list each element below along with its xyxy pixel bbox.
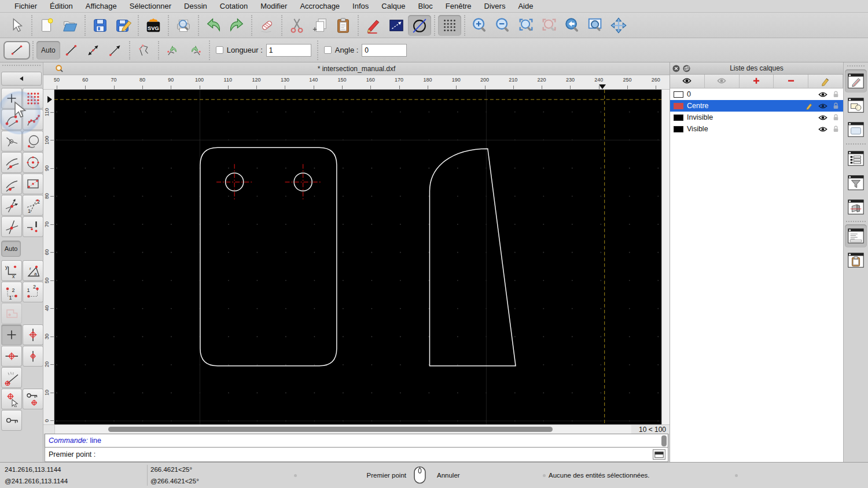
snap-grid-button[interactable] <box>23 88 43 109</box>
menu-calque[interactable]: Calque <box>375 2 411 10</box>
restrict-free-button[interactable] <box>1 324 22 345</box>
cut-button[interactable] <box>285 15 308 36</box>
pen-edit-button[interactable] <box>362 15 385 36</box>
dock-layer-list-window-button[interactable] <box>845 147 867 170</box>
restrict-nothing-button[interactable] <box>1 216 22 237</box>
menu-accrochage[interactable]: Accrochage <box>293 2 346 10</box>
zoom-out-button[interactable] <box>491 15 514 36</box>
draw-order-button[interactable] <box>385 15 408 36</box>
lock-relative-zero-alt-button[interactable] <box>1 410 22 431</box>
snapbar-collapse-button[interactable] <box>1 72 42 86</box>
zoom-pan-button[interactable] <box>607 15 630 36</box>
restrict-vertical-button[interactable] <box>23 324 43 345</box>
zoom-window-button[interactable] <box>584 15 607 36</box>
set-relative-zero-button[interactable] <box>1 389 22 409</box>
edit-layer-button[interactable] <box>808 75 843 88</box>
menu-divers[interactable]: Divers <box>478 2 512 10</box>
eraser-button[interactable] <box>255 15 278 36</box>
zoom-previous-button[interactable] <box>561 15 584 36</box>
menu-modifier[interactable]: Modifier <box>254 2 293 10</box>
dock-command-window-button[interactable] <box>845 224 867 247</box>
snap-center-button[interactable] <box>1 131 22 151</box>
snapbar-drag-handle[interactable] <box>2 65 41 69</box>
line-two-points-button[interactable] <box>60 41 82 60</box>
menu-aide[interactable]: Aide <box>512 2 539 10</box>
add-layer-button[interactable] <box>740 75 774 88</box>
layer-row-visible[interactable]: Visible <box>670 123 843 135</box>
restrict-horizontal-button[interactable] <box>1 346 22 367</box>
menu-fenetre[interactable]: Fenêtre <box>439 2 478 10</box>
angle-checkbox[interactable] <box>324 46 332 54</box>
line-arrow-button[interactable] <box>104 41 126 60</box>
snap-distance-button[interactable] <box>1 173 22 194</box>
angle-input[interactable] <box>362 44 407 57</box>
keyboard-toggle-button[interactable] <box>653 449 665 460</box>
copy-button[interactable] <box>308 15 332 36</box>
layer-visibility-eye-icon[interactable] <box>818 102 827 110</box>
zoom-in-button[interactable] <box>468 15 491 36</box>
menu-dessin[interactable]: Dessin <box>178 2 214 10</box>
layer-color-swatch[interactable] <box>674 126 683 132</box>
layer-visibility-eye-icon[interactable] <box>818 91 827 98</box>
current-tool-line-button[interactable] <box>3 41 30 60</box>
new-document-button[interactable] <box>35 15 58 36</box>
snap-intersection-button[interactable] <box>1 195 22 216</box>
zoom-selection-button[interactable] <box>538 15 561 36</box>
dockstrip-drag-handle[interactable] <box>847 65 865 66</box>
horizontal-scrollbar-thumb[interactable] <box>108 427 553 432</box>
layer-lock-icon[interactable] <box>831 91 841 98</box>
length-checkbox[interactable] <box>216 46 223 54</box>
lock-relative-zero-button[interactable] <box>23 389 43 409</box>
layer-row-invisible[interactable]: Invisible <box>670 112 843 123</box>
draft-mode-button[interactable] <box>408 15 431 36</box>
menu-edition[interactable]: Édition <box>43 2 79 10</box>
snap-warning-button[interactable] <box>23 216 43 237</box>
menu-cotation[interactable]: Cotation <box>214 2 254 10</box>
layer-visibility-eye-icon[interactable] <box>818 114 827 121</box>
redo-button[interactable] <box>225 15 248 36</box>
coordinate-cartesian-button[interactable]: yx <box>1 260 22 281</box>
command-history[interactable]: Commande: line <box>45 434 668 448</box>
drawing-canvas[interactable] <box>54 90 661 424</box>
restrict-vertical-small-button[interactable] <box>23 346 43 367</box>
menu-affichage[interactable]: Affichage <box>79 2 123 10</box>
open-document-button[interactable] <box>58 15 82 36</box>
layer-edit-pencil-icon[interactable] <box>804 102 814 110</box>
dock-library-window-button[interactable] <box>845 118 867 141</box>
undo-button[interactable] <box>202 15 225 36</box>
layer-row-centre[interactable]: Centre <box>670 100 843 112</box>
coordinate-polar-button[interactable]: ra <box>23 260 43 281</box>
dock-pen-window-button[interactable] <box>845 69 867 93</box>
snap-endpoints-button[interactable] <box>1 109 22 130</box>
snap-bounding-box-button[interactable] <box>23 173 43 194</box>
paste-button[interactable] <box>332 15 355 36</box>
redo-segment-button[interactable] <box>184 41 206 60</box>
grid-toggle-button[interactable] <box>438 15 461 36</box>
layer-panel-titlebar[interactable]: Liste des calques <box>670 62 843 75</box>
menu-bloc[interactable]: Bloc <box>411 2 439 10</box>
auto-line-mode-button[interactable]: Auto <box>36 41 60 60</box>
command-scrollbar-thumb[interactable] <box>661 435 667 446</box>
line-angle-button[interactable] <box>82 41 104 60</box>
remove-layer-button[interactable] <box>774 75 808 88</box>
canvas-horizontal-scrollbar[interactable] <box>54 425 631 434</box>
save-document-button[interactable] <box>89 15 112 36</box>
snap-on-entity-button[interactable] <box>23 109 43 130</box>
dock-block-window-button[interactable] <box>845 94 867 117</box>
layer-color-swatch[interactable] <box>674 103 683 109</box>
snap-middle-button[interactable] <box>1 152 22 173</box>
selection-pointer-button[interactable] <box>5 15 28 36</box>
zoom-auto-button[interactable] <box>514 15 538 36</box>
save-as-document-button[interactable] <box>112 15 135 36</box>
menu-selectionner[interactable]: Sélectionner <box>123 2 178 10</box>
dock-filter-window-button[interactable] <box>845 171 867 194</box>
command-input[interactable] <box>99 449 649 460</box>
relative-cartesian-button[interactable]: 12 <box>1 282 22 302</box>
hide-all-eye-button[interactable] <box>705 75 740 88</box>
svg-export-button[interactable]: SVG <box>142 15 165 36</box>
layer-lock-icon[interactable] <box>831 125 841 133</box>
snap-center-circle-button[interactable] <box>23 152 43 173</box>
relative-polar-button[interactable]: 12 <box>23 282 43 302</box>
canvas-vertical-scrollbar[interactable] <box>661 90 670 424</box>
print-preview-button[interactable] <box>172 15 195 36</box>
